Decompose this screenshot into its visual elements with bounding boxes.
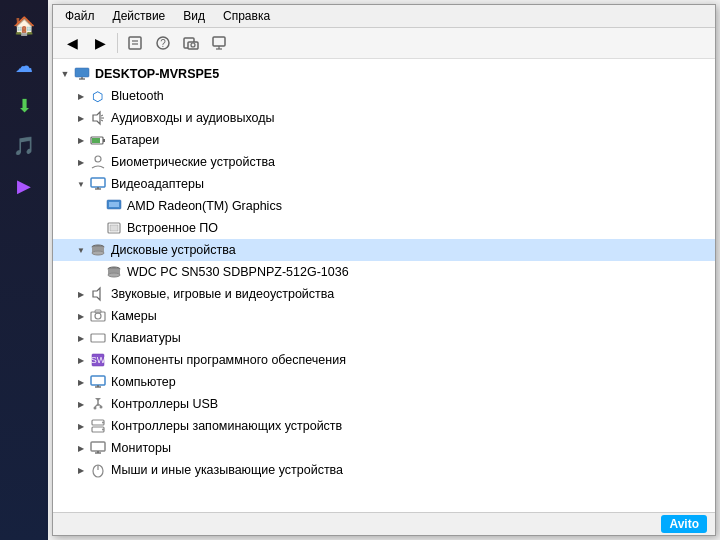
label-usb: Контроллеры USB [111, 397, 715, 411]
tree-root[interactable]: ▼ DESKTOP-MVRSPE5 [53, 63, 715, 85]
svg-rect-8 [213, 37, 225, 46]
toggle-monitors[interactable]: ▶ [73, 440, 89, 456]
tree-item-software[interactable]: ▶ SW Компоненты программного обеспечения [53, 349, 715, 371]
avito-badge: Avito [661, 515, 707, 533]
taskbar-home[interactable]: 🏠 [6, 8, 42, 44]
label-sound: Звуковые, игровые и видеоустройства [111, 287, 715, 301]
toggle-amd[interactable] [89, 198, 105, 214]
icon-biometric [89, 153, 107, 171]
svg-text:?: ? [160, 38, 166, 49]
icon-display [89, 175, 107, 193]
scan-button[interactable] [178, 31, 204, 55]
label-disk: Дисковые устройства [111, 243, 715, 257]
tree-item-biometric[interactable]: ▶ Биометрические устройства [53, 151, 715, 173]
monitor-button[interactable] [206, 31, 232, 55]
icon-mice [89, 461, 107, 479]
icon-amd [105, 197, 123, 215]
label-biometric: Биометрические устройства [111, 155, 715, 169]
icon-monitors [89, 439, 107, 457]
svg-rect-59 [91, 442, 105, 451]
tree-item-monitors[interactable]: ▶ Мониторы [53, 437, 715, 459]
tree-item-computer[interactable]: ▶ Компьютер [53, 371, 715, 393]
toggle-keyboards[interactable]: ▶ [73, 330, 89, 346]
icon-sound [89, 285, 107, 303]
forward-button[interactable]: ▶ [87, 31, 113, 55]
tree-item-bluetooth[interactable]: ▶ ⬡ Bluetooth [53, 85, 715, 107]
label-computer: Компьютер [111, 375, 715, 389]
menu-bar: Файл Действие Вид Справка [53, 5, 715, 28]
label-amd: AMD Radeon(TM) Graphics [127, 199, 715, 213]
taskbar-cloud[interactable]: ☁ [6, 48, 42, 84]
menu-view[interactable]: Вид [175, 7, 213, 25]
toggle-storage[interactable]: ▶ [73, 418, 89, 434]
icon-batteries [89, 131, 107, 149]
icon-audio [89, 109, 107, 127]
toggle-firmware[interactable] [89, 220, 105, 236]
toggle-usb[interactable]: ▶ [73, 396, 89, 412]
tree-item-wdc[interactable]: WDC PC SN530 SDBPNPZ-512G-1036 [53, 261, 715, 283]
taskbar-media[interactable]: ▶ [6, 168, 42, 204]
svg-rect-46 [91, 376, 105, 385]
label-software: Компоненты программного обеспечения [111, 353, 715, 367]
toggle-biometric[interactable]: ▶ [73, 154, 89, 170]
svg-rect-29 [110, 225, 118, 231]
svg-point-38 [95, 313, 101, 319]
svg-point-32 [92, 251, 104, 255]
properties-button[interactable] [122, 31, 148, 55]
svg-point-53 [94, 407, 97, 410]
back-button[interactable]: ◀ [59, 31, 85, 55]
tree-item-sound[interactable]: ▶ Звуковые, игровые и видеоустройства [53, 283, 715, 305]
toggle-disk[interactable]: ▼ [73, 242, 89, 258]
label-firmware: Встроенное ПО [127, 221, 715, 235]
label-storage: Контроллеры запоминающих устройств [111, 419, 715, 433]
toggle-sound[interactable]: ▶ [73, 286, 89, 302]
menu-file[interactable]: Файл [57, 7, 103, 25]
tree-item-disk[interactable]: ▼ Дисковые устройства [53, 239, 715, 261]
tree-item-batteries[interactable]: ▶ Батареи [53, 129, 715, 151]
svg-line-18 [101, 120, 103, 121]
tree-item-mice[interactable]: ▶ Мыши и иные указывающие устройства [53, 459, 715, 481]
main-content: Файл Действие Вид Справка ◀ ▶ ? [48, 0, 720, 540]
label-mice: Мыши и иные указывающие устройства [111, 463, 715, 477]
svg-marker-50 [95, 398, 101, 401]
svg-point-54 [100, 406, 103, 409]
svg-rect-11 [75, 68, 89, 77]
taskbar-music[interactable]: 🎵 [6, 128, 42, 164]
toggle-cameras[interactable]: ▶ [73, 308, 89, 324]
svg-rect-40 [91, 334, 105, 342]
tree-item-display[interactable]: ▼ Видеоадаптеры [53, 173, 715, 195]
icon-usb [89, 395, 107, 413]
svg-rect-20 [103, 139, 105, 142]
label-monitors: Мониторы [111, 441, 715, 455]
tree-item-keyboards[interactable]: ▶ Клавиатуры [53, 327, 715, 349]
toolbar: ◀ ▶ ? [53, 28, 715, 59]
toggle-batteries[interactable]: ▶ [73, 132, 89, 148]
tree-item-cameras[interactable]: ▶ Камеры [53, 305, 715, 327]
root-toggle[interactable]: ▼ [57, 66, 73, 82]
toggle-audio[interactable]: ▶ [73, 110, 89, 126]
toggle-software[interactable]: ▶ [73, 352, 89, 368]
toggle-computer[interactable]: ▶ [73, 374, 89, 390]
tree-item-audio[interactable]: ▶ Аудиовходы и аудиовыходы [53, 107, 715, 129]
svg-marker-15 [93, 112, 100, 124]
svg-rect-0 [129, 37, 141, 49]
toggle-display[interactable]: ▼ [73, 176, 89, 192]
toggle-wdc[interactable] [89, 264, 105, 280]
tree-item-amd[interactable]: AMD Radeon(TM) Graphics [53, 195, 715, 217]
icon-disk [89, 241, 107, 259]
tree-item-usb[interactable]: ▶ Контроллеры USB [53, 393, 715, 415]
toggle-bluetooth[interactable]: ▶ [73, 88, 89, 104]
icon-wdc [105, 263, 123, 281]
menu-action[interactable]: Действие [105, 7, 174, 25]
taskbar-download[interactable]: ⬇ [6, 88, 42, 124]
tree-item-firmware[interactable]: Встроенное ПО [53, 217, 715, 239]
taskbar: 🏠 ☁ ⬇ 🎵 ▶ [0, 0, 48, 540]
tree-item-storage[interactable]: ▶ Контроллеры запоминающих устройств [53, 415, 715, 437]
help-button[interactable]: ? [150, 31, 176, 55]
toggle-mice[interactable]: ▶ [73, 462, 89, 478]
svg-text:⬡: ⬡ [92, 89, 103, 104]
icon-software: SW [89, 351, 107, 369]
menu-help[interactable]: Справка [215, 7, 278, 25]
bottom-bar: Avito [53, 512, 715, 535]
icon-storage [89, 417, 107, 435]
